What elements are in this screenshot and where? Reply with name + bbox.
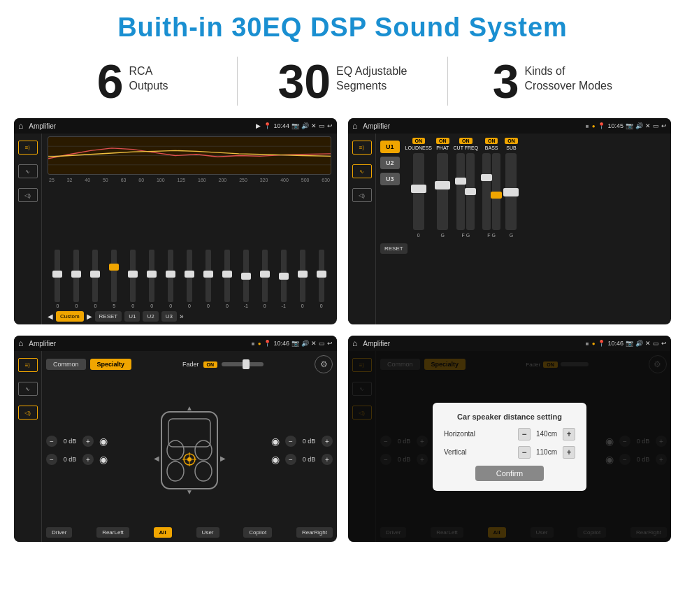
- sidebar-eq-icon-2[interactable]: ≡⟩: [352, 141, 372, 155]
- dialog-confirm-area: Confirm: [444, 466, 575, 481]
- rearleft-btn[interactable]: RearLeft: [96, 527, 129, 538]
- all-btn[interactable]: All: [154, 527, 172, 538]
- rearright-btn[interactable]: RearRight: [296, 527, 333, 538]
- sidebar-eq-icon-3[interactable]: ≡⟩: [18, 358, 38, 372]
- sub-thumb[interactable]: [503, 188, 519, 196]
- preset-u1[interactable]: U1: [380, 141, 400, 153]
- home-icon-4[interactable]: ⌂: [352, 338, 357, 348]
- eq-slider-0[interactable]: 0: [49, 250, 66, 308]
- cutfreq-thumb-g[interactable]: [465, 188, 476, 195]
- sub-on[interactable]: ON: [505, 138, 518, 144]
- sidebar-2: ≡⟩ ∿ ◁): [348, 134, 376, 324]
- sidebar-speaker-icon-3[interactable]: ◁): [18, 406, 38, 420]
- tab-specialty-3[interactable]: Specialty: [90, 359, 132, 370]
- loudness-thumb[interactable]: [411, 185, 426, 193]
- speaker-fr-minus[interactable]: −: [285, 436, 296, 447]
- cutfreq-on[interactable]: ON: [459, 138, 473, 144]
- speaker-rl-minus[interactable]: −: [46, 454, 57, 465]
- speaker-rr-icon: ◉: [271, 454, 280, 465]
- sidebar-eq-icon[interactable]: ≡⟩: [18, 141, 38, 155]
- speaker-fl-minus[interactable]: −: [46, 436, 57, 447]
- more-icon[interactable]: »: [180, 313, 184, 320]
- vertical-minus[interactable]: −: [518, 446, 531, 459]
- speaker-rr-plus[interactable]: +: [322, 454, 333, 465]
- play-icon: ▶: [256, 122, 261, 129]
- sidebar-wave-icon-3[interactable]: ∿: [18, 382, 38, 396]
- eq-slider-11[interactable]: 0: [256, 250, 273, 308]
- dialog-vertical-row: Vertical − 110cm +: [444, 446, 575, 459]
- dot2-icon-4: ●: [592, 341, 596, 347]
- eq-slider-13[interactable]: 0: [294, 250, 311, 308]
- u3-btn[interactable]: U3: [161, 311, 177, 322]
- home-icon-2[interactable]: ⌂: [352, 121, 357, 131]
- bass-thumb-g[interactable]: [491, 192, 502, 199]
- svg-text:▶: ▶: [220, 454, 226, 462]
- phat-thumb[interactable]: [435, 181, 450, 189]
- speaker-fl-plus[interactable]: +: [82, 436, 94, 447]
- reset-btn-2[interactable]: RESET: [380, 243, 408, 254]
- eq-slider-9[interactable]: 0: [218, 250, 236, 308]
- screen-amp2: ⌂ Amplifier ■ ● 📍 10:45 📷 🔊 ✕ ▭ ↩ ≡⟩ ∿: [348, 118, 671, 324]
- eq-slider-2[interactable]: 0: [87, 250, 104, 308]
- reset-btn[interactable]: RESET: [95, 311, 122, 322]
- settings-icon[interactable]: ⚙: [315, 355, 333, 373]
- back-icon-4[interactable]: ↩: [661, 340, 667, 347]
- volume-icon-2: 🔊: [635, 122, 643, 129]
- sidebar-speaker-icon-2[interactable]: ◁): [352, 188, 372, 202]
- eq-slider-12[interactable]: -1: [275, 250, 292, 308]
- tab-common-3[interactable]: Common: [46, 359, 86, 370]
- horizontal-minus[interactable]: −: [518, 428, 531, 440]
- custom-btn[interactable]: Custom: [56, 311, 84, 322]
- fader-on-btn[interactable]: ON: [203, 361, 218, 368]
- speaker-rr: ◉ − 0 dB +: [271, 454, 333, 465]
- eq-slider-3[interactable]: 5: [106, 250, 123, 308]
- user-btn[interactable]: User: [196, 527, 219, 538]
- home-icon[interactable]: ⌂: [18, 121, 23, 131]
- confirm-button[interactable]: Confirm: [475, 466, 545, 481]
- copilot-btn[interactable]: Copilot: [243, 527, 272, 538]
- back-icon-3[interactable]: ↩: [327, 340, 333, 347]
- volume-icon-3: 🔊: [301, 340, 309, 347]
- eq-slider-14[interactable]: 0: [312, 250, 330, 308]
- sidebar-wave-icon[interactable]: ∿: [18, 164, 38, 178]
- preset-u2[interactable]: U2: [380, 157, 400, 169]
- horizontal-value: 140cm: [533, 430, 560, 438]
- home-icon-3[interactable]: ⌂: [18, 338, 23, 348]
- status-bar-1: ⌂ Amplifier ▶ 📍 10:44 📷 🔊 ✕ ▭ ↩: [14, 118, 337, 134]
- eq-slider-10[interactable]: -1: [237, 250, 254, 308]
- bass-on[interactable]: ON: [485, 138, 498, 144]
- stat-number-rca: 6: [97, 57, 124, 105]
- sidebar-speaker-icon[interactable]: ◁): [18, 188, 38, 202]
- loudness-on[interactable]: ON: [412, 138, 426, 144]
- location-icon: 📍: [264, 122, 271, 129]
- next-arrow[interactable]: ▶: [87, 313, 92, 320]
- eq-slider-5[interactable]: 0: [143, 250, 161, 308]
- eq-slider-1[interactable]: 0: [68, 250, 85, 308]
- back-icon-2[interactable]: ↩: [661, 122, 667, 129]
- prev-arrow[interactable]: ◀: [48, 313, 53, 320]
- eq-slider-6[interactable]: 0: [162, 250, 180, 308]
- speaker-rl-plus[interactable]: +: [82, 454, 94, 465]
- u1-btn[interactable]: U1: [124, 311, 140, 322]
- dot2-icon-2: ●: [592, 123, 596, 129]
- bass-thumb-f[interactable]: [481, 174, 492, 181]
- cutfreq-thumb-f[interactable]: [455, 178, 466, 185]
- screen4-title: Amplifier: [363, 340, 583, 348]
- driver-btn[interactable]: Driver: [46, 527, 72, 538]
- u2-btn[interactable]: U2: [143, 311, 158, 322]
- sidebar-wave-icon-2[interactable]: ∿: [352, 164, 372, 178]
- horizontal-plus[interactable]: +: [563, 428, 575, 440]
- page-wrapper: Buith-in 30EQ DSP Sound System 6 RCA Out…: [0, 0, 685, 542]
- fader-slider[interactable]: [222, 362, 264, 366]
- vertical-plus[interactable]: +: [563, 446, 575, 459]
- back-icon[interactable]: ↩: [327, 122, 333, 129]
- camera-icon: 📷: [291, 122, 299, 129]
- eq-slider-7[interactable]: 0: [181, 250, 199, 308]
- eq-slider-4[interactable]: 0: [124, 250, 142, 308]
- car-diagram-svg: ▲ ▼ ◀ ▶: [151, 405, 228, 496]
- preset-u3[interactable]: U3: [380, 173, 400, 185]
- eq-slider-8[interactable]: 0: [200, 250, 217, 308]
- speaker-fr-plus[interactable]: +: [322, 436, 333, 447]
- phat-on[interactable]: ON: [436, 138, 449, 144]
- speaker-rr-minus[interactable]: −: [285, 454, 296, 465]
